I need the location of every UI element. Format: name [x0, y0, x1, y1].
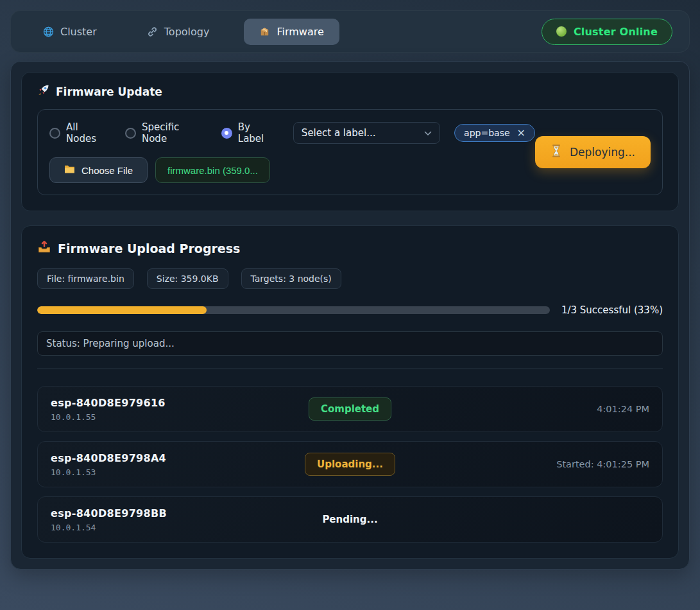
- upload-progress-card: Firmware Upload Progress File: firmware.…: [21, 225, 679, 559]
- meta-size: Size: 359.0KB: [147, 268, 228, 289]
- target-mode-radio-group: All Nodes Specific Node By Label Select …: [49, 121, 535, 144]
- node-timestamp: Started: 4:01:25 PM: [556, 459, 649, 469]
- label-select-value: Select a label...: [302, 127, 376, 139]
- firmware-form-panel: All Nodes Specific Node By Label Select …: [37, 109, 663, 195]
- radio-specific-node[interactable]: Specific Node: [125, 121, 207, 144]
- node-status-badge: Uploading...: [305, 453, 395, 476]
- radio-by-label-circle[interactable]: [221, 128, 232, 139]
- choose-file-button[interactable]: Choose File: [49, 157, 148, 183]
- label-chip-text: app=base: [464, 128, 509, 138]
- node-name: esp-840D8E9798BB: [51, 507, 311, 519]
- rocket-icon: [37, 84, 49, 99]
- upload-meta-row: File: firmware.bin Size: 359.0KB Targets…: [37, 268, 663, 289]
- globe-icon: [43, 26, 54, 37]
- tab-cluster-label: Cluster: [60, 26, 97, 38]
- radio-specific-node-circle[interactable]: [125, 128, 136, 139]
- folder-icon: [64, 164, 75, 176]
- firmware-update-card: Firmware Update All Nodes Specific Node …: [21, 72, 679, 211]
- package-icon: [259, 26, 270, 37]
- node-status-badge: Pending...: [311, 509, 389, 530]
- cluster-online-label: Cluster Online: [574, 26, 658, 38]
- upload-status-box: Status: Preparing upload...: [37, 331, 663, 356]
- node-row-1[interactable]: esp-840D8E979616 10.0.1.55 Completed 4:0…: [37, 386, 663, 432]
- selected-file-button[interactable]: firmware.bin (359.0...: [155, 157, 270, 183]
- node-name: esp-840D8E979616: [51, 397, 309, 409]
- node-row-3[interactable]: esp-840D8E9798BB 10.0.1.54 Pending...: [37, 496, 663, 543]
- node-row-2[interactable]: esp-840D8E9798A4 10.0.1.53 Uploading... …: [37, 441, 663, 487]
- cluster-online-badge[interactable]: Cluster Online: [542, 19, 672, 45]
- node-status-badge: Completed: [309, 397, 391, 421]
- deploy-button[interactable]: Deploying...: [535, 136, 651, 168]
- online-dot-icon: [556, 26, 567, 37]
- tab-firmware-label: Firmware: [277, 26, 323, 38]
- node-name: esp-840D8E9798A4: [51, 452, 305, 464]
- firmware-update-title: Firmware Update: [37, 84, 663, 99]
- tab-topology[interactable]: Topology: [132, 19, 225, 45]
- node-ip: 10.0.1.53: [51, 467, 305, 477]
- node-ip: 10.0.1.54: [51, 523, 311, 532]
- progress-bar: [37, 306, 550, 314]
- main-panel: Firmware Update All Nodes Specific Node …: [10, 61, 690, 570]
- meta-targets: Targets: 3 node(s): [241, 268, 341, 289]
- tab-topology-label: Topology: [164, 26, 210, 38]
- label-chip-app-base[interactable]: app=base ×: [454, 124, 535, 142]
- node-ip: 10.0.1.55: [51, 412, 309, 422]
- label-select[interactable]: Select a label...: [293, 122, 440, 144]
- progress-summary: 1/3 Successful (33%): [561, 304, 663, 316]
- upload-progress-title: Firmware Upload Progress: [37, 240, 663, 257]
- meta-file: File: firmware.bin: [37, 268, 134, 289]
- chevron-down-icon: [424, 127, 432, 139]
- upload-tray-icon: [37, 240, 51, 257]
- radio-all-nodes[interactable]: All Nodes: [49, 121, 111, 144]
- radio-by-label[interactable]: By Label: [221, 121, 279, 144]
- top-nav: Cluster Topology Firmware Cluster Online: [10, 10, 690, 53]
- link-icon: [147, 26, 158, 37]
- progress-bar-fill: [37, 306, 207, 314]
- tab-firmware[interactable]: Firmware: [244, 19, 339, 45]
- tab-cluster[interactable]: Cluster: [28, 19, 112, 45]
- radio-all-nodes-circle[interactable]: [49, 128, 60, 139]
- node-timestamp: 4:01:24 PM: [597, 404, 649, 414]
- upload-progress-row: 1/3 Successful (33%): [37, 304, 663, 316]
- chip-close-icon[interactable]: ×: [517, 128, 525, 138]
- hourglass-icon: [551, 144, 562, 160]
- section-divider: [37, 369, 663, 369]
